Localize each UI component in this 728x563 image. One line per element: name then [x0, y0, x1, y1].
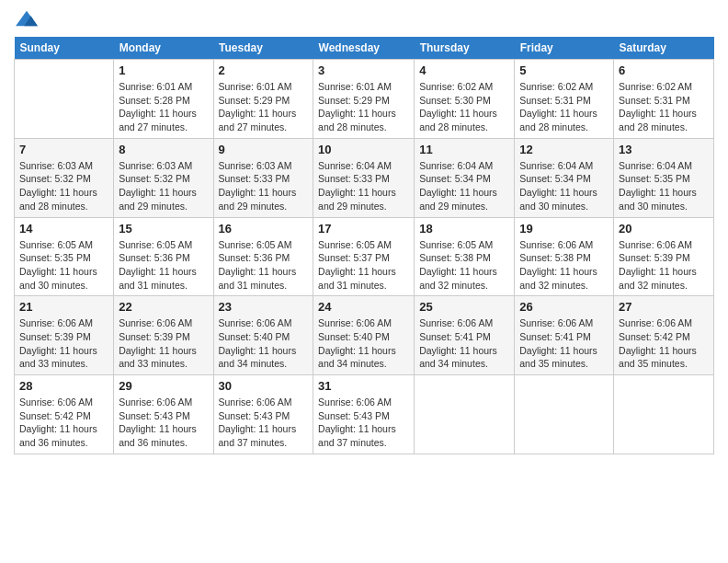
day-number: 3 [318, 63, 409, 77]
calendar-cell: 27 Sunrise: 6:06 AM Sunset: 5:42 PM Dayl… [614, 296, 714, 375]
day-number: 27 [619, 300, 709, 314]
cell-info: Sunrise: 6:06 AM Sunset: 5:43 PM Dayligh… [219, 396, 309, 450]
cell-info: Sunrise: 6:02 AM Sunset: 5:31 PM Dayligh… [619, 80, 709, 134]
calendar-table: SundayMondayTuesdayWednesdayThursdayFrid… [14, 37, 714, 454]
header-day-saturday: Saturday [614, 37, 714, 60]
header-day-monday: Monday [114, 37, 213, 60]
day-number: 24 [318, 300, 409, 314]
calendar-week-3: 14 Sunrise: 6:05 AM Sunset: 5:35 PM Dayl… [15, 217, 714, 296]
calendar-cell: 10 Sunrise: 6:04 AM Sunset: 5:33 PM Dayl… [313, 138, 415, 217]
cell-info: Sunrise: 6:05 AM Sunset: 5:38 PM Dayligh… [419, 238, 509, 293]
calendar-cell [614, 375, 714, 454]
day-number: 15 [119, 222, 208, 236]
day-number: 13 [619, 143, 709, 156]
calendar-cell: 2 Sunrise: 6:01 AM Sunset: 5:29 PM Dayli… [213, 60, 313, 139]
calendar-cell: 4 Sunrise: 6:02 AM Sunset: 5:30 PM Dayli… [415, 60, 515, 139]
calendar-cell: 3 Sunrise: 6:01 AM Sunset: 5:29 PM Dayli… [313, 60, 415, 139]
cell-info: Sunrise: 6:06 AM Sunset: 5:41 PM Dayligh… [419, 316, 509, 371]
day-number: 26 [519, 300, 609, 314]
header-day-tuesday: Tuesday [213, 37, 313, 60]
day-number: 1 [119, 63, 208, 77]
cell-info: Sunrise: 6:04 AM Sunset: 5:34 PM Dayligh… [519, 159, 609, 213]
cell-info: Sunrise: 6:01 AM Sunset: 5:28 PM Dayligh… [119, 80, 208, 134]
cell-info: Sunrise: 6:06 AM Sunset: 5:41 PM Dayligh… [519, 316, 609, 371]
calendar-cell: 25 Sunrise: 6:06 AM Sunset: 5:41 PM Dayl… [415, 296, 515, 375]
cell-info: Sunrise: 6:06 AM Sunset: 5:40 PM Dayligh… [318, 316, 409, 371]
calendar-header-row: SundayMondayTuesdayWednesdayThursdayFrid… [15, 37, 714, 60]
cell-info: Sunrise: 6:04 AM Sunset: 5:35 PM Dayligh… [619, 159, 709, 213]
cell-info: Sunrise: 6:06 AM Sunset: 5:40 PM Dayligh… [219, 316, 309, 371]
calendar-cell: 5 Sunrise: 6:02 AM Sunset: 5:31 PM Dayli… [515, 60, 614, 139]
calendar-cell: 23 Sunrise: 6:06 AM Sunset: 5:40 PM Dayl… [213, 296, 313, 375]
day-number: 19 [519, 222, 609, 236]
cell-info: Sunrise: 6:02 AM Sunset: 5:31 PM Dayligh… [519, 80, 609, 134]
day-number: 7 [19, 143, 108, 156]
calendar-cell: 6 Sunrise: 6:02 AM Sunset: 5:31 PM Dayli… [614, 60, 714, 139]
calendar-week-5: 28 Sunrise: 6:06 AM Sunset: 5:42 PM Dayl… [15, 375, 714, 454]
cell-info: Sunrise: 6:06 AM Sunset: 5:42 PM Dayligh… [619, 316, 709, 371]
day-number: 25 [419, 300, 509, 314]
calendar-cell: 9 Sunrise: 6:03 AM Sunset: 5:33 PM Dayli… [213, 138, 313, 217]
calendar-cell: 26 Sunrise: 6:06 AM Sunset: 5:41 PM Dayl… [515, 296, 614, 375]
cell-info: Sunrise: 6:04 AM Sunset: 5:33 PM Dayligh… [318, 159, 409, 213]
calendar-cell: 30 Sunrise: 6:06 AM Sunset: 5:43 PM Dayl… [213, 375, 313, 454]
day-number: 8 [119, 143, 208, 156]
cell-info: Sunrise: 6:03 AM Sunset: 5:32 PM Dayligh… [119, 159, 208, 213]
day-number: 17 [318, 222, 409, 236]
cell-info: Sunrise: 6:06 AM Sunset: 5:43 PM Dayligh… [119, 396, 208, 450]
calendar-cell [415, 375, 515, 454]
day-number: 30 [219, 379, 309, 393]
cell-info: Sunrise: 6:06 AM Sunset: 5:39 PM Dayligh… [619, 238, 709, 293]
calendar-cell: 12 Sunrise: 6:04 AM Sunset: 5:34 PM Dayl… [515, 138, 614, 217]
cell-info: Sunrise: 6:05 AM Sunset: 5:35 PM Dayligh… [19, 238, 108, 293]
calendar-cell: 31 Sunrise: 6:06 AM Sunset: 5:43 PM Dayl… [313, 375, 415, 454]
calendar-week-1: 1 Sunrise: 6:01 AM Sunset: 5:28 PM Dayli… [15, 60, 714, 139]
cell-info: Sunrise: 6:06 AM Sunset: 5:38 PM Dayligh… [519, 238, 609, 293]
day-number: 20 [619, 222, 709, 236]
calendar-cell: 28 Sunrise: 6:06 AM Sunset: 5:42 PM Dayl… [15, 375, 114, 454]
logo [14, 9, 43, 29]
calendar-week-4: 21 Sunrise: 6:06 AM Sunset: 5:39 PM Dayl… [15, 296, 714, 375]
calendar-cell: 15 Sunrise: 6:05 AM Sunset: 5:36 PM Dayl… [114, 217, 213, 296]
calendar-cell: 14 Sunrise: 6:05 AM Sunset: 5:35 PM Dayl… [15, 217, 114, 296]
calendar-cell: 7 Sunrise: 6:03 AM Sunset: 5:32 PM Dayli… [15, 138, 114, 217]
calendar-cell: 20 Sunrise: 6:06 AM Sunset: 5:39 PM Dayl… [614, 217, 714, 296]
calendar-cell: 11 Sunrise: 6:04 AM Sunset: 5:34 PM Dayl… [415, 138, 515, 217]
header-day-sunday: Sunday [15, 37, 114, 60]
calendar-cell: 19 Sunrise: 6:06 AM Sunset: 5:38 PM Dayl… [515, 217, 614, 296]
calendar-cell: 24 Sunrise: 6:06 AM Sunset: 5:40 PM Dayl… [313, 296, 415, 375]
day-number: 28 [19, 379, 108, 393]
day-number: 10 [318, 143, 409, 156]
cell-info: Sunrise: 6:01 AM Sunset: 5:29 PM Dayligh… [318, 80, 409, 134]
cell-info: Sunrise: 6:01 AM Sunset: 5:29 PM Dayligh… [219, 80, 309, 134]
day-number: 16 [219, 222, 309, 236]
day-number: 4 [419, 63, 509, 77]
day-number: 18 [419, 222, 509, 236]
cell-info: Sunrise: 6:06 AM Sunset: 5:43 PM Dayligh… [318, 396, 409, 450]
cell-info: Sunrise: 6:06 AM Sunset: 5:39 PM Dayligh… [119, 316, 208, 371]
calendar-cell: 1 Sunrise: 6:01 AM Sunset: 5:28 PM Dayli… [114, 60, 213, 139]
calendar-cell [15, 60, 114, 139]
cell-info: Sunrise: 6:05 AM Sunset: 5:36 PM Dayligh… [119, 238, 208, 293]
calendar-cell [515, 375, 614, 454]
page-header [14, 9, 714, 29]
cell-info: Sunrise: 6:04 AM Sunset: 5:34 PM Dayligh… [419, 159, 509, 213]
day-number: 23 [219, 300, 309, 314]
calendar-cell: 13 Sunrise: 6:04 AM Sunset: 5:35 PM Dayl… [614, 138, 714, 217]
calendar-cell: 18 Sunrise: 6:05 AM Sunset: 5:38 PM Dayl… [415, 217, 515, 296]
header-day-wednesday: Wednesday [313, 37, 415, 60]
cell-info: Sunrise: 6:06 AM Sunset: 5:39 PM Dayligh… [19, 316, 108, 371]
calendar-cell: 29 Sunrise: 6:06 AM Sunset: 5:43 PM Dayl… [114, 375, 213, 454]
header-day-friday: Friday [515, 37, 614, 60]
cell-info: Sunrise: 6:05 AM Sunset: 5:37 PM Dayligh… [318, 238, 409, 293]
cell-info: Sunrise: 6:03 AM Sunset: 5:33 PM Dayligh… [219, 159, 309, 213]
day-number: 31 [318, 379, 409, 393]
day-number: 29 [119, 379, 208, 393]
day-number: 12 [519, 143, 609, 156]
calendar-cell: 22 Sunrise: 6:06 AM Sunset: 5:39 PM Dayl… [114, 296, 213, 375]
header-day-thursday: Thursday [415, 37, 515, 60]
cell-info: Sunrise: 6:05 AM Sunset: 5:36 PM Dayligh… [219, 238, 309, 293]
day-number: 2 [219, 63, 309, 77]
calendar-cell: 21 Sunrise: 6:06 AM Sunset: 5:39 PM Dayl… [15, 296, 114, 375]
calendar-cell: 16 Sunrise: 6:05 AM Sunset: 5:36 PM Dayl… [213, 217, 313, 296]
